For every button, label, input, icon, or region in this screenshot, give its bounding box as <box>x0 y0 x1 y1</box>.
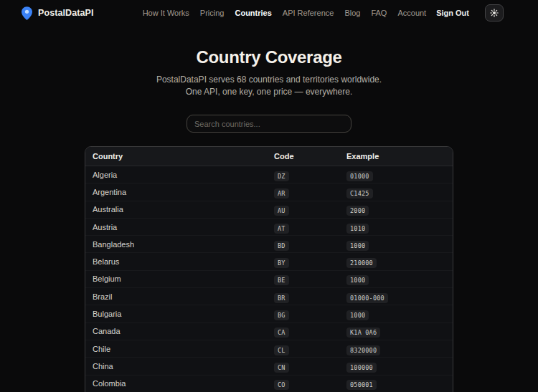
country-code-cell: BE <box>274 272 346 285</box>
table-body: AlgeriaDZ01000ArgentinaARC1425AustraliaA… <box>85 166 453 392</box>
country-code-cell: CN <box>274 360 346 373</box>
nav-item-account[interactable]: Account <box>397 9 426 17</box>
country-code-badge: BD <box>274 241 289 251</box>
country-name: Bulgaria <box>93 310 274 318</box>
nav-menu: How It WorksPricingCountriesAPI Referenc… <box>143 9 427 17</box>
map-pin-icon <box>22 6 32 20</box>
country-code-badge: CO <box>274 380 289 390</box>
country-code-badge: BG <box>274 310 289 320</box>
country-name: Belarus <box>93 257 274 266</box>
brand-logo[interactable]: PostalDataPI <box>22 6 94 20</box>
country-code-cell: AR <box>274 186 346 199</box>
country-code-cell: BG <box>274 307 346 320</box>
postal-example-badge: 2000 <box>346 206 369 216</box>
table-row: BangladeshBD1000 <box>85 236 453 253</box>
country-code-cell: BY <box>274 255 346 268</box>
country-name: Colombia <box>93 379 274 388</box>
postal-example-cell: K1A 0A6 <box>346 325 445 338</box>
country-code-cell: CA <box>274 325 346 338</box>
subtitle-line-2: One API, one key, one price — everywhere… <box>0 86 538 98</box>
country-name: Chile <box>93 345 274 353</box>
column-header-country: Country <box>93 152 274 161</box>
postal-example-badge: 1000 <box>346 310 369 320</box>
table-row: BrazilBR01000-000 <box>85 288 453 305</box>
brand-name: PostalDataPI <box>38 8 94 18</box>
table-row: AlgeriaDZ01000 <box>85 166 453 183</box>
country-name: Canada <box>93 327 274 335</box>
country-name: Belgium <box>93 274 274 283</box>
postal-example-badge: 01000-000 <box>346 293 388 303</box>
sun-icon <box>490 9 499 17</box>
postal-example-badge: 1000 <box>346 275 369 285</box>
nav-item-pricing[interactable]: Pricing <box>200 9 225 17</box>
country-code-badge: BR <box>274 293 289 303</box>
country-code-cell: AT <box>274 221 346 234</box>
search-container <box>0 115 538 133</box>
country-code-badge: AT <box>274 224 289 234</box>
country-code-cell: DZ <box>274 168 346 181</box>
country-code-badge: AR <box>274 188 289 199</box>
nav-item-blog[interactable]: Blog <box>344 9 360 17</box>
hero-section: Country Coverage PostalDataPI serves 68 … <box>0 47 538 98</box>
table-row: CanadaCAK1A 0A6 <box>85 323 453 340</box>
countries-table: Country Code Example AlgeriaDZ01000Argen… <box>85 146 453 392</box>
postal-example-badge: 01000 <box>346 171 373 181</box>
country-name: Argentina <box>93 188 274 196</box>
country-name: Australia <box>93 205 274 214</box>
search-input[interactable] <box>187 115 351 133</box>
country-code-badge: DZ <box>274 171 289 181</box>
postal-example-cell: 01000 <box>346 168 445 181</box>
country-code-cell: CL <box>274 343 346 355</box>
table-row: AustriaAT1010 <box>85 219 453 236</box>
country-code-cell: AU <box>274 203 346 216</box>
nav-item-countries[interactable]: Countries <box>235 9 271 17</box>
country-code-badge: AU <box>274 206 289 216</box>
postal-example-cell: 210000 <box>346 255 445 268</box>
postal-example-cell: 2000 <box>346 203 445 216</box>
table-header-row: Country Code Example <box>85 147 453 166</box>
table-row: BulgariaBG1000 <box>85 305 453 322</box>
nav-item-api-reference[interactable]: API Reference <box>283 9 334 17</box>
postal-example-cell: 1000 <box>346 238 445 251</box>
postal-example-cell: 1010 <box>346 221 445 234</box>
country-code-cell: CO <box>274 377 346 390</box>
postal-example-badge: C1425 <box>346 188 373 199</box>
postal-example-badge: K1A 0A6 <box>346 328 380 338</box>
column-header-example: Example <box>346 152 445 161</box>
postal-example-badge: 1000 <box>346 241 369 251</box>
postal-example-badge: 210000 <box>346 258 377 268</box>
postal-example-badge: 050001 <box>346 380 377 390</box>
theme-toggle-button[interactable] <box>485 4 504 21</box>
subtitle-line-1: PostalDataPI serves 68 countries and ter… <box>0 74 538 86</box>
nav-item-how-it-works[interactable]: How It Works <box>143 9 189 17</box>
postal-example-badge: 100000 <box>346 363 377 373</box>
postal-example-cell: 050001 <box>346 377 445 390</box>
country-code-cell: BR <box>274 290 346 303</box>
table-row: ArgentinaARC1425 <box>85 183 453 201</box>
nav-item-faq[interactable]: FAQ <box>371 9 387 17</box>
table-row: ChinaCN100000 <box>85 358 453 375</box>
country-code-badge: CA <box>274 328 289 338</box>
postal-example-cell: 100000 <box>346 360 445 373</box>
column-header-code: Code <box>274 152 346 161</box>
country-code-badge: CL <box>274 345 289 355</box>
country-name: China <box>93 362 274 371</box>
country-name: Brazil <box>93 292 274 301</box>
postal-example-badge: 1010 <box>346 224 369 234</box>
sign-out-button[interactable]: Sign Out <box>436 9 469 17</box>
country-code-badge: CN <box>274 363 289 373</box>
postal-example-cell: 8320000 <box>346 343 445 355</box>
postal-example-cell: 1000 <box>346 272 445 285</box>
country-code-cell: BD <box>274 238 346 251</box>
table-row: ColombiaCO050001 <box>85 376 453 392</box>
table-row: BelgiumBE1000 <box>85 271 453 288</box>
postal-example-badge: 8320000 <box>346 345 380 355</box>
page-title: Country Coverage <box>0 47 538 67</box>
postal-example-cell: 1000 <box>346 307 445 320</box>
page-subtitle: PostalDataPI serves 68 countries and ter… <box>0 74 538 98</box>
country-name: Austria <box>93 223 274 231</box>
country-code-badge: BE <box>274 275 289 285</box>
table-row: ChileCL8320000 <box>85 340 453 358</box>
country-code-badge: BY <box>274 258 289 268</box>
postal-example-cell: C1425 <box>346 186 445 199</box>
